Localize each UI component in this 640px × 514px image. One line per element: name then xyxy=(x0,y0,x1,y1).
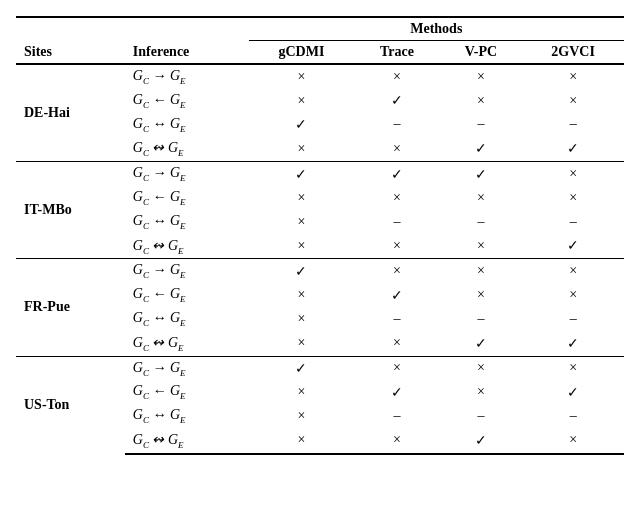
inference-cell: GC → GE xyxy=(125,356,249,380)
gvci-cell: ✓ xyxy=(522,380,624,404)
vpc-cell: – xyxy=(440,404,523,428)
gvci-cell: × xyxy=(522,186,624,210)
trace-cell: × xyxy=(354,356,439,380)
trace-cell: – xyxy=(354,404,439,428)
sites-col-header: Sites xyxy=(16,41,125,65)
gcdmi-cell: ✓ xyxy=(249,259,355,283)
inference-cell: GC ↭ GE xyxy=(125,331,249,356)
gvci-cell: – xyxy=(522,307,624,331)
trace-cell: – xyxy=(354,113,439,137)
gvci-cell: × xyxy=(522,283,624,307)
vpc-cell: – xyxy=(440,307,523,331)
gcdmi-cell: × xyxy=(249,380,355,404)
gcdmi-cell: ✓ xyxy=(249,356,355,380)
inference-cell: GC ← GE xyxy=(125,380,249,404)
gcdmi-cell: × xyxy=(249,234,355,259)
trace-cell: × xyxy=(354,428,439,454)
gcdmi-cell: × xyxy=(249,428,355,454)
vpc-cell: × xyxy=(440,234,523,259)
trace-cell: – xyxy=(354,210,439,234)
trace-cell: – xyxy=(354,307,439,331)
table-row: DE-HaiGC → GE×××× xyxy=(16,64,624,89)
inference-cell: GC ↔ GE xyxy=(125,307,249,331)
gvci-cell: × xyxy=(522,356,624,380)
gcdmi-cell: × xyxy=(249,186,355,210)
site-label: IT-MBo xyxy=(16,162,125,259)
inference-cell: GC ↔ GE xyxy=(125,113,249,137)
trace-cell: ✓ xyxy=(354,380,439,404)
trace-cell: × xyxy=(354,331,439,356)
gvci-cell: × xyxy=(522,64,624,89)
inference-cell: GC ↭ GE xyxy=(125,234,249,259)
inference-cell: GC ↔ GE xyxy=(125,404,249,428)
gcdmi-cell: × xyxy=(249,307,355,331)
table-row: US-TonGC → GE✓××× xyxy=(16,356,624,380)
gcdmi-cell: × xyxy=(249,404,355,428)
gvci-cell: × xyxy=(522,428,624,454)
gcdmi-cell: × xyxy=(249,64,355,89)
table-row: FR-PueGC → GE✓××× xyxy=(16,259,624,283)
site-label: US-Ton xyxy=(16,356,125,454)
inference-cell: GC ↭ GE xyxy=(125,428,249,454)
vpc-cell: ✓ xyxy=(440,331,523,356)
column-headers-row: Sites Inference gCDMI Trace V-PC 2GVCI xyxy=(16,41,624,65)
vpc-cell: ✓ xyxy=(440,162,523,186)
vpc-cell: ✓ xyxy=(440,428,523,454)
trace-cell: ✓ xyxy=(354,162,439,186)
gcdmi-cell: × xyxy=(249,136,355,161)
site-label: DE-Hai xyxy=(16,64,125,162)
vpc-cell: × xyxy=(440,186,523,210)
trace-col-header: Trace xyxy=(354,41,439,65)
empty-header xyxy=(16,17,249,41)
inference-cell: GC → GE xyxy=(125,162,249,186)
gvci-col-header: 2GVCI xyxy=(522,41,624,65)
methods-header-row: Methods xyxy=(16,17,624,41)
trace-cell: × xyxy=(354,259,439,283)
gcdmi-cell: ✓ xyxy=(249,113,355,137)
inference-cell: GC ← GE xyxy=(125,186,249,210)
gcdmi-cell: × xyxy=(249,210,355,234)
gvci-cell: ✓ xyxy=(522,331,624,356)
inference-cell: GC ← GE xyxy=(125,283,249,307)
gvci-cell: × xyxy=(522,259,624,283)
inference-cell: GC ↭ GE xyxy=(125,136,249,161)
gvci-cell: – xyxy=(522,404,624,428)
table-body: DE-HaiGC → GE××××GC ← GE×✓××GC ↔ GE✓–––G… xyxy=(16,64,624,454)
vpc-cell: ✓ xyxy=(440,136,523,161)
gvci-cell: – xyxy=(522,210,624,234)
gcdmi-cell: × xyxy=(249,331,355,356)
inference-cell: GC → GE xyxy=(125,259,249,283)
results-table: Methods Sites Inference gCDMI Trace V-PC… xyxy=(16,16,624,455)
methods-group-header: Methods xyxy=(249,17,624,41)
trace-cell: ✓ xyxy=(354,89,439,113)
gvci-cell: ✓ xyxy=(522,234,624,259)
vpc-col-header: V-PC xyxy=(440,41,523,65)
vpc-cell: × xyxy=(440,89,523,113)
trace-cell: × xyxy=(354,136,439,161)
trace-cell: × xyxy=(354,186,439,210)
trace-cell: ✓ xyxy=(354,283,439,307)
vpc-cell: × xyxy=(440,259,523,283)
site-label: FR-Pue xyxy=(16,259,125,356)
gcdmi-cell: ✓ xyxy=(249,162,355,186)
gcdmi-cell: × xyxy=(249,283,355,307)
inference-col-header: Inference xyxy=(125,41,249,65)
inference-cell: GC ↔ GE xyxy=(125,210,249,234)
inference-cell: GC ← GE xyxy=(125,89,249,113)
gcdmi-cell: × xyxy=(249,89,355,113)
gvci-cell: × xyxy=(522,89,624,113)
vpc-cell: – xyxy=(440,210,523,234)
vpc-cell: × xyxy=(440,380,523,404)
trace-cell: × xyxy=(354,64,439,89)
inference-cell: GC → GE xyxy=(125,64,249,89)
vpc-cell: × xyxy=(440,356,523,380)
trace-cell: × xyxy=(354,234,439,259)
vpc-cell: × xyxy=(440,283,523,307)
gvci-cell: ✓ xyxy=(522,136,624,161)
gvci-cell: – xyxy=(522,113,624,137)
table-row: IT-MBoGC → GE✓✓✓× xyxy=(16,162,624,186)
gcdmi-col-header: gCDMI xyxy=(249,41,355,65)
vpc-cell: – xyxy=(440,113,523,137)
gvci-cell: × xyxy=(522,162,624,186)
vpc-cell: × xyxy=(440,64,523,89)
